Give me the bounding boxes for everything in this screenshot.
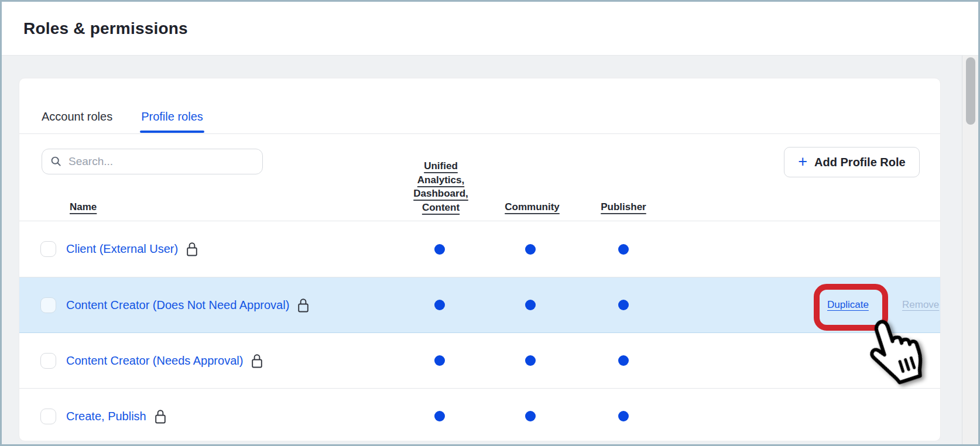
- page-header: Roles & permissions: [2, 2, 978, 56]
- column-header-unified-analytics: Unified Analytics, Dashboard, Content: [413, 159, 468, 214]
- permission-dot-unified: [434, 411, 445, 421]
- role-name-link[interactable]: Create, Publish: [66, 410, 146, 423]
- lock-icon: [154, 409, 167, 424]
- permission-dot-unified: [434, 300, 445, 310]
- search-input[interactable]: [68, 155, 254, 168]
- table-row-create-publish: Create, Publish: [19, 388, 940, 441]
- tab-profile-roles[interactable]: Profile roles: [140, 110, 204, 133]
- row-checkbox[interactable]: [40, 353, 56, 369]
- scrollbar-thumb[interactable]: [966, 57, 975, 125]
- permission-dot-community: [525, 355, 536, 366]
- row-actions: Duplicate Remove: [815, 277, 940, 332]
- row-checkbox[interactable]: [40, 409, 56, 424]
- column-header-community: Community: [505, 201, 560, 213]
- role-name-link[interactable]: Client (External User): [66, 242, 178, 256]
- row-checkbox[interactable]: [40, 297, 56, 313]
- scrollbar-track[interactable]: [963, 56, 978, 444]
- permission-dot-publisher: [618, 300, 629, 310]
- permission-dot-community: [525, 244, 536, 255]
- table-header: + Add Profile Role Name Unified Analytic…: [19, 134, 940, 221]
- permission-dot-unified: [434, 244, 445, 255]
- lock-icon: [297, 297, 310, 313]
- search-box[interactable]: [42, 149, 263, 174]
- tab-account-roles[interactable]: Account roles: [40, 110, 114, 133]
- column-header-publisher: Publisher: [601, 201, 646, 213]
- table-row-content-creator-needs-approval: Content Creator (Needs Approval): [19, 332, 940, 388]
- unified-line: Analytics,: [413, 173, 468, 187]
- app-window: Roles & permissions Account roles Profil…: [0, 0, 980, 446]
- duplicate-link[interactable]: Duplicate: [827, 299, 869, 311]
- permission-dot-unified: [434, 355, 445, 366]
- permission-dot-publisher: [618, 411, 629, 421]
- role-name-link[interactable]: Content Creator (Needs Approval): [66, 354, 243, 368]
- page-body: Account roles Profile roles + Add Profil…: [2, 56, 978, 444]
- permission-dot-community: [525, 411, 536, 421]
- table-row-content-creator-no-approval: Content Creator (Does Not Need Approval)…: [19, 277, 940, 332]
- row-checkbox[interactable]: [40, 241, 56, 257]
- remove-link[interactable]: Remove: [902, 299, 939, 311]
- role-name-link[interactable]: Content Creator (Does Not Need Approval): [66, 299, 289, 312]
- roles-card: Account roles Profile roles + Add Profil…: [19, 78, 941, 441]
- permission-dot-community: [525, 300, 536, 310]
- permission-dot-publisher: [618, 244, 629, 255]
- roles-table-body: Client (External User) Content Creator (…: [19, 221, 940, 441]
- plus-icon: +: [798, 154, 807, 170]
- lock-icon: [186, 241, 198, 257]
- tab-bar: Account roles Profile roles: [19, 78, 940, 134]
- add-profile-role-button[interactable]: + Add Profile Role: [784, 147, 920, 177]
- unified-line: Content: [413, 201, 468, 215]
- column-header-name: Name: [70, 201, 97, 213]
- table-row-client-external-user: Client (External User): [19, 221, 940, 277]
- lock-icon: [251, 353, 263, 369]
- permission-dot-publisher: [618, 355, 629, 366]
- add-profile-role-label: Add Profile Role: [814, 156, 906, 169]
- unified-line: Unified: [413, 159, 468, 173]
- page-title: Roles & permissions: [23, 19, 188, 38]
- unified-line: Dashboard,: [413, 187, 468, 201]
- search-icon: [50, 156, 62, 167]
- scrollbar-divider: [962, 56, 962, 444]
